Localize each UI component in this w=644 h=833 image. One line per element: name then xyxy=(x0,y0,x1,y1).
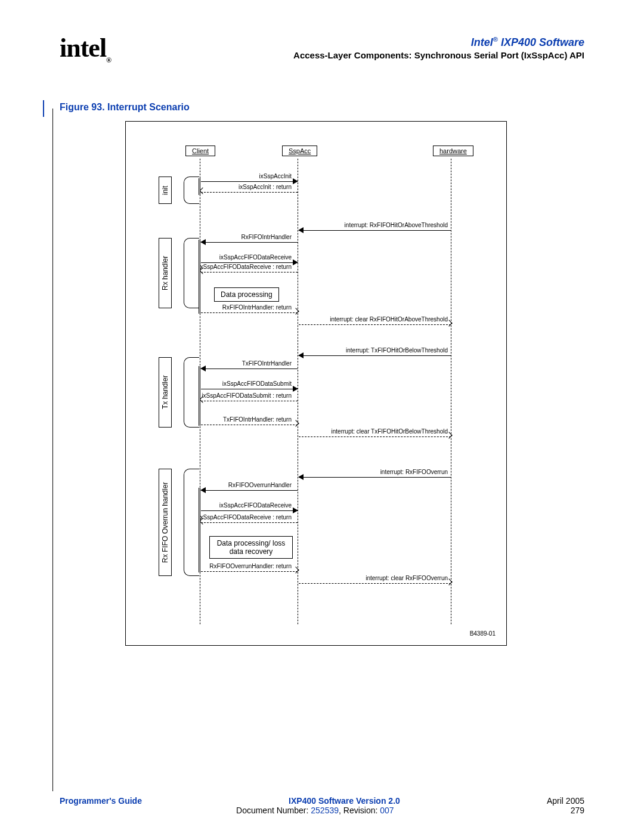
hook-rxov xyxy=(184,469,199,576)
lbl: ixSspAccInit xyxy=(259,173,292,179)
figure-id: B4389-01 xyxy=(470,630,496,637)
lbl: RxFIFOOverrunHandler xyxy=(228,482,292,488)
footer-docnum: Document Number: 252539, Revision: 007 xyxy=(236,806,394,815)
footer-page: 279 xyxy=(571,806,584,815)
phase-rxov: Rx FIFO Overrun handler xyxy=(159,469,172,576)
prod-prefix: Intel xyxy=(471,36,493,48)
note-dprec: Data processing/ loss data recovery xyxy=(209,536,293,559)
section-title: Access-Layer Components: Synchronous Ser… xyxy=(60,50,584,60)
lbl: interrupt: RxFIFOHitOrAboveThreshold xyxy=(345,222,448,228)
lbl: interrupt: RxFIFOOverrun xyxy=(380,469,448,475)
lbl: ixSspAccFIFODataReceive xyxy=(219,502,292,509)
logo-text: intel xyxy=(60,33,106,63)
footer-date: April 2005 xyxy=(547,796,584,806)
footer: Programmer's Guide IXP400 Software Versi… xyxy=(60,796,584,815)
left-rule xyxy=(52,109,53,791)
lbl: ixSspAccFIFODataSubmit xyxy=(222,380,292,387)
cbar-rx xyxy=(199,240,200,314)
change-bar xyxy=(43,100,44,117)
hook-init xyxy=(184,176,199,204)
figure-caption: Figure 93. Interrupt Scenario xyxy=(60,102,584,113)
lbl: interrupt: clear RxFIFOHitOrAboveThresho… xyxy=(330,316,448,323)
line-hardware xyxy=(451,159,451,624)
footer-guide: Programmer's Guide xyxy=(60,796,142,806)
lbl: TxFIFOIntrHandler xyxy=(242,360,292,367)
lifeline-hardware: hardware xyxy=(433,145,473,156)
lbl: interrupt: clear RxFIFOOverrun xyxy=(366,575,448,581)
cbar-ov xyxy=(199,488,200,572)
lbl: interrupt: TxFIFOHitOrBelowThreshold xyxy=(346,347,448,354)
prod-reg: ® xyxy=(493,36,498,43)
lbl: ixSspAccFIFODataReceive xyxy=(219,254,292,261)
lifeline-client: Client xyxy=(185,145,215,156)
phase-rx: Rx handler xyxy=(159,238,172,308)
lbl: RxFIFOIntrHandler: return xyxy=(222,304,292,311)
logo-reg: ® xyxy=(106,56,111,64)
figure-box: Client SspAcc hardware init Rx handler T… xyxy=(125,121,507,646)
lbl: ixSspAccFIFODataReceive : return xyxy=(199,514,292,521)
lbl: ixSspAccInit : return xyxy=(239,184,292,190)
lbl: RxFIFOOverrunHandler: return xyxy=(209,563,292,569)
intel-logo: intel® xyxy=(60,33,111,65)
prod-suffix: IXP400 Software xyxy=(498,36,584,48)
lbl: TxFIFOIntrHandler: return xyxy=(223,416,292,423)
lbl: ixSspAccFIFODataReceive : return xyxy=(199,264,292,270)
cbar-init xyxy=(199,178,200,195)
lbl: interrupt: clear TxFIFOHitOrBelowThresho… xyxy=(332,428,448,435)
phase-tx: Tx handler xyxy=(159,357,172,428)
hook-rx xyxy=(184,238,199,308)
hook-tx xyxy=(184,357,199,428)
page: intel® Intel® IXP400 Software Access-Lay… xyxy=(60,36,584,797)
footer-version: IXP400 Software Version 2.0 xyxy=(289,796,400,806)
header: Intel® IXP400 Software Access-Layer Comp… xyxy=(60,36,584,60)
note-dp: Data processing xyxy=(214,287,279,302)
lifeline-sspacc: SspAcc xyxy=(282,145,317,156)
lbl: ixSspAccFIFODataSubmit : return xyxy=(202,392,292,399)
phase-init: init xyxy=(159,176,172,204)
lbl: RxFIFOIntrHandler xyxy=(242,234,292,240)
cbar-tx xyxy=(199,366,200,426)
product-title: Intel® IXP400 Software xyxy=(60,36,584,49)
